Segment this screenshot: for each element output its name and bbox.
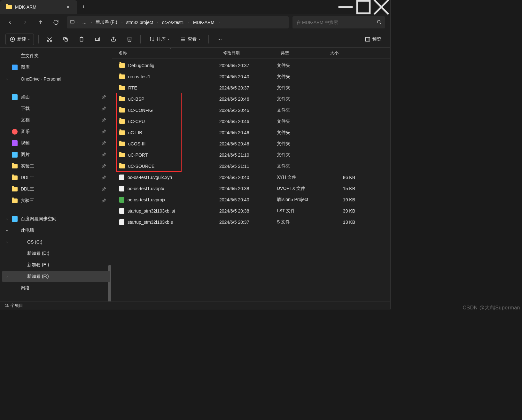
pin-icon[interactable]: 📌 xyxy=(101,175,106,180)
pin-icon[interactable]: 📌 xyxy=(101,106,106,111)
file-row[interactable]: startup_stm32f103xb.s2024/6/5 20:37S 文件1… xyxy=(112,216,390,228)
sidebar-item[interactable]: 网络 xyxy=(2,282,110,294)
file-row[interactable]: uC-PORT2024/6/5 21:10文件夹 xyxy=(112,149,390,160)
pin-icon[interactable]: 📌 xyxy=(101,198,106,203)
sidebar-item[interactable]: 实验三📌 xyxy=(2,195,110,206)
delete-button[interactable] xyxy=(123,34,136,45)
rename-button[interactable] xyxy=(91,34,104,45)
sidebar-item[interactable]: 下载📌 xyxy=(2,103,110,114)
file-row[interactable]: DebugConfig2024/6/5 20:37文件夹 xyxy=(112,60,390,71)
chevron-right-icon[interactable]: › xyxy=(5,275,9,278)
chevron-right-icon[interactable]: › xyxy=(157,20,158,25)
file-row[interactable]: oc-os-test1.uvprojx2024/6/5 20:40礦ision5… xyxy=(112,194,390,205)
col-date[interactable]: 修改日期 xyxy=(219,50,277,56)
file-row[interactable]: uC-LIB2024/6/5 20:46文件夹 xyxy=(112,127,390,138)
sync-icon xyxy=(12,216,18,222)
file-row[interactable]: uC-SOURCE2024/6/5 21:11文件夹 xyxy=(112,160,390,172)
pin-icon[interactable]: 📌 xyxy=(101,164,106,168)
chevron-right-icon[interactable]: › xyxy=(77,20,78,25)
sidebar-item[interactable]: 主文件夹 xyxy=(2,50,110,62)
sidebar-item[interactable]: 图片📌 xyxy=(2,149,110,160)
file-date: 2024/6/5 20:40 xyxy=(219,197,277,202)
cut-button[interactable] xyxy=(43,34,56,45)
sidebar-item[interactable]: 视频📌 xyxy=(2,137,110,149)
crumb-more[interactable]: … xyxy=(80,19,89,26)
chevron-right-icon[interactable]: › xyxy=(188,20,189,25)
pin-icon[interactable]: 📌 xyxy=(101,129,106,134)
chevron-right-icon[interactable]: › xyxy=(5,240,9,244)
sidebar-item[interactable]: 桌面📌 xyxy=(2,91,110,103)
file-row[interactable]: uC-CONFIG2024/6/5 20:46文件夹 xyxy=(112,105,390,116)
sidebar-item[interactable]: 新加卷 (E:) xyxy=(2,259,110,271)
paste-button[interactable] xyxy=(75,34,88,45)
search-input[interactable] xyxy=(296,20,374,25)
file-row[interactable]: oc-os-test12024/6/5 20:40文件夹 xyxy=(112,71,390,82)
pin-icon[interactable]: 📌 xyxy=(101,118,106,122)
file-name: oc-os-test1 xyxy=(128,74,150,79)
file-row[interactable]: uCOS-III2024/6/5 20:46文件夹 xyxy=(112,138,390,149)
forward-button[interactable] xyxy=(18,16,32,29)
chevron-right-icon[interactable]: › xyxy=(218,20,220,25)
preview-button[interactable]: 预览 xyxy=(361,34,385,45)
pin-icon[interactable]: 📌 xyxy=(101,152,106,157)
item-count: 15 个项目 xyxy=(5,303,23,308)
chevron-down-icon[interactable]: ▾ xyxy=(5,229,9,233)
chevron-right-icon[interactable]: › xyxy=(5,77,9,81)
file-date: 2024/6/5 20:40 xyxy=(219,74,277,79)
sidebar-item[interactable]: 新加卷 (D:) xyxy=(2,248,110,259)
file-row[interactable]: oc-os-test1.uvoptx2024/6/5 20:38UVOPTX 文… xyxy=(112,183,390,194)
col-type[interactable]: 类型 xyxy=(277,50,326,56)
crumb-item[interactable]: oc-os-test1 xyxy=(160,19,186,26)
sidebar-item[interactable]: ▾此电脑 xyxy=(2,225,110,236)
sidebar-item[interactable]: ›百度网盘同步空间 xyxy=(2,213,110,225)
folder-icon xyxy=(12,175,18,180)
sidebar-item[interactable]: 实验二📌 xyxy=(2,160,110,172)
crumb-item[interactable]: 新加卷 (F:) xyxy=(94,18,119,27)
chevron-down-icon: ▾ xyxy=(28,37,30,41)
search-box[interactable] xyxy=(292,16,385,28)
back-button[interactable] xyxy=(3,16,17,29)
share-button[interactable] xyxy=(107,34,120,45)
file-row[interactable]: uC-CPU2024/6/5 20:46文件夹 xyxy=(112,116,390,127)
chevron-right-icon[interactable]: › xyxy=(121,20,122,25)
new-tab-button[interactable]: + xyxy=(77,4,90,11)
sidebar-item[interactable]: ›OS (C:) xyxy=(2,236,110,248)
file-row[interactable]: oc-os-test1.uvguix.xyh2024/6/5 20:40XYH … xyxy=(112,172,390,183)
pin-icon[interactable]: 📌 xyxy=(101,187,106,191)
crumb-item[interactable]: stm32.project xyxy=(124,19,155,26)
breadcrumb[interactable]: › … › 新加卷 (F:) › stm32.project › oc-os-t… xyxy=(67,16,289,28)
sidebar-item[interactable]: DDL二📌 xyxy=(2,172,110,183)
crumb-item[interactable]: MDK-ARM xyxy=(191,19,216,26)
tab-active[interactable]: MDK-ARM ✕ xyxy=(0,0,77,14)
sidebar-item[interactable]: DDL三📌 xyxy=(2,183,110,195)
doc-icon xyxy=(12,117,18,123)
refresh-button[interactable] xyxy=(49,16,63,29)
pc-icon xyxy=(12,228,18,233)
col-name[interactable]: 名称 xyxy=(112,50,219,56)
new-button[interactable]: 新建 ▾ xyxy=(5,34,34,45)
view-button[interactable]: 查看 ▾ xyxy=(176,34,204,45)
search-icon[interactable] xyxy=(377,19,381,26)
sort-button[interactable]: 排序 ▾ xyxy=(145,34,173,45)
pin-icon[interactable]: 📌 xyxy=(101,95,106,99)
up-button[interactable] xyxy=(34,16,48,29)
col-size[interactable]: 大小 xyxy=(326,50,358,56)
close-tab-icon[interactable]: ✕ xyxy=(65,4,71,10)
sidebar-item[interactable]: 图库 xyxy=(2,62,110,73)
more-button[interactable]: ⋯ xyxy=(213,34,226,45)
sidebar-item[interactable]: ›OneDrive - Personal xyxy=(2,73,110,85)
svg-rect-19 xyxy=(95,38,99,41)
file-row[interactable]: RTE2024/6/5 20:37文件夹 xyxy=(112,82,390,93)
chevron-right-icon[interactable]: › xyxy=(5,217,9,221)
close-button[interactable] xyxy=(372,0,390,14)
file-row[interactable]: startup_stm32f103xb.lst2024/6/5 20:38LST… xyxy=(112,205,390,216)
copy-button[interactable] xyxy=(59,34,72,45)
sidebar-item[interactable]: 文档📌 xyxy=(2,114,110,126)
sidebar-item[interactable]: ›新加卷 (F:) xyxy=(2,271,110,282)
pin-icon[interactable]: 📌 xyxy=(101,141,106,145)
chevron-right-icon[interactable]: › xyxy=(90,20,92,25)
maximize-button[interactable] xyxy=(354,0,372,14)
file-row[interactable]: uC-BSP2024/6/5 20:46文件夹 xyxy=(112,93,390,105)
sidebar-item[interactable]: 音乐📌 xyxy=(2,126,110,137)
minimize-button[interactable] xyxy=(337,0,354,14)
